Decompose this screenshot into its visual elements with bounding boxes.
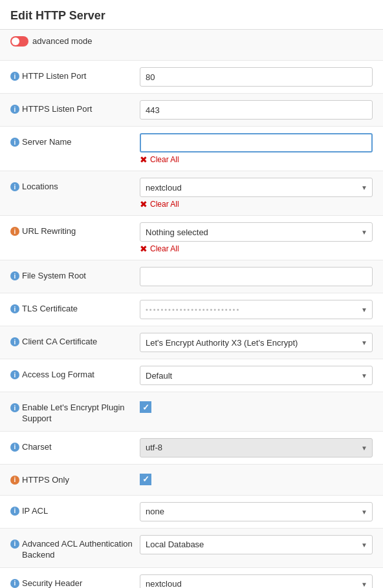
form-row-http-listen-port: i HTTP Listen Port bbox=[0, 61, 383, 94]
info-icon-client-ca-certificate: i bbox=[10, 337, 19, 346]
ip-acl-select-wrapper: none ▼ bbox=[140, 502, 373, 521]
locations-clear-all[interactable]: ✖ Clear All bbox=[140, 200, 179, 209]
control-server-name: ✖ Clear All bbox=[140, 133, 373, 164]
control-charset: utf-8 ▼ bbox=[140, 438, 373, 457]
info-icon-url-rewriting: i bbox=[10, 227, 19, 236]
label-client-ca-certificate: i Client CA Certificate bbox=[10, 333, 140, 348]
page-title: Edit HTTP Server bbox=[0, 0, 383, 30]
info-icon-file-system-root: i bbox=[10, 271, 19, 280]
form-row-locations: i Locations nextcloud ▼ ✖ Clear All bbox=[0, 171, 383, 216]
control-file-system-root bbox=[140, 267, 373, 286]
advanced-mode-row: advanced mode bbox=[0, 30, 383, 61]
form-row-url-rewriting: i URL Rewriting Nothing selected ▼ ✖ Cle… bbox=[0, 216, 383, 260]
enable-lets-encrypt-checkbox[interactable]: ✓ bbox=[140, 401, 151, 413]
form-row-advanced-acl: i Advanced ACL Authentication Backend Lo… bbox=[0, 529, 383, 568]
https-only-check: ✓ bbox=[142, 475, 149, 483]
url-rewriting-select[interactable]: Nothing selected bbox=[140, 222, 373, 242]
advanced-acl-select-wrapper: Local Database ▼ bbox=[140, 535, 373, 554]
label-tls-certificate: i TLS Certificate bbox=[10, 300, 140, 315]
label-enable-lets-encrypt: i Enable Let's Encrypt Plugin Support bbox=[10, 399, 140, 425]
info-icon-http-listen-port: i bbox=[10, 72, 19, 81]
control-access-log-format: Default ▼ bbox=[140, 366, 373, 385]
locations-select-wrapper: nextcloud ▼ bbox=[140, 178, 373, 197]
label-https-listen-port: i HTTPS Listen Port bbox=[10, 100, 140, 115]
https-only-checkbox[interactable]: ✓ bbox=[140, 474, 151, 485]
form-row-https-listen-port: i HTTPS Listen Port bbox=[0, 94, 383, 127]
label-http-listen-port: i HTTP Listen Port bbox=[10, 67, 140, 82]
clear-all-icon-server-name: ✖ bbox=[140, 155, 148, 164]
label-security-header: i Security Header bbox=[10, 574, 140, 588]
label-access-log-format: i Access Log Format bbox=[10, 366, 140, 381]
clear-all-icon-url-rewriting: ✖ bbox=[140, 244, 148, 253]
form-row-file-system-root: i File System Root bbox=[0, 260, 383, 293]
info-icon-ip-acl: i bbox=[10, 507, 19, 516]
advanced-mode-label: advanced mode bbox=[32, 36, 93, 46]
clear-all-icon-locations: ✖ bbox=[140, 200, 148, 209]
advanced-acl-select[interactable]: Local Database bbox=[140, 535, 373, 554]
label-locations: i Locations bbox=[10, 178, 140, 193]
locations-select[interactable]: nextcloud bbox=[140, 178, 373, 197]
info-icon-tls-certificate: i bbox=[10, 304, 19, 313]
tls-certificate-select[interactable]: ••••••••••••••••••••••••• bbox=[140, 300, 373, 319]
control-advanced-acl: Local Database ▼ bbox=[140, 535, 373, 554]
enable-lets-encrypt-check: ✓ bbox=[142, 403, 149, 412]
security-header-select-wrapper: nextcloud ▼ bbox=[140, 574, 373, 588]
tls-certificate-select-wrapper: ••••••••••••••••••••••••• ▼ bbox=[140, 300, 373, 319]
security-header-select[interactable]: nextcloud bbox=[140, 574, 373, 588]
http-listen-port-input[interactable] bbox=[140, 67, 373, 87]
info-icon-enable-lets-encrypt: i bbox=[10, 403, 19, 412]
info-icon-https-only: i bbox=[10, 476, 19, 485]
url-rewriting-clear-all[interactable]: ✖ Clear All bbox=[140, 244, 179, 253]
label-server-name: i Server Name bbox=[10, 133, 140, 148]
server-name-clear-all[interactable]: ✖ Clear All bbox=[140, 155, 179, 164]
control-http-listen-port bbox=[140, 67, 373, 87]
control-https-only: ✓ bbox=[140, 471, 373, 485]
file-system-root-input[interactable] bbox=[140, 267, 373, 286]
control-tls-certificate: ••••••••••••••••••••••••• ▼ bbox=[140, 300, 373, 319]
control-https-listen-port bbox=[140, 100, 373, 120]
form-row-charset: i Charset utf-8 ▼ bbox=[0, 432, 383, 465]
control-security-header: nextcloud ▼ bbox=[140, 574, 373, 588]
label-url-rewriting: i URL Rewriting bbox=[10, 222, 140, 237]
https-listen-port-input[interactable] bbox=[140, 100, 373, 120]
info-icon-https-listen-port: i bbox=[10, 105, 19, 114]
form-row-enable-lets-encrypt: i Enable Let's Encrypt Plugin Support ✓ bbox=[0, 392, 383, 432]
info-icon-security-header: i bbox=[10, 579, 19, 588]
form-row-client-ca-certificate: i Client CA Certificate Let's Encrypt Au… bbox=[0, 326, 383, 359]
form-row-https-only: i HTTPS Only ✓ bbox=[0, 465, 383, 496]
ip-acl-select[interactable]: none bbox=[140, 502, 373, 521]
info-icon-charset: i bbox=[10, 443, 19, 452]
access-log-format-select-wrapper: Default ▼ bbox=[140, 366, 373, 385]
label-advanced-acl: i Advanced ACL Authentication Backend bbox=[10, 535, 140, 561]
form-container: advanced mode i HTTP Listen Port i HTTPS… bbox=[0, 30, 383, 588]
control-ip-acl: none ▼ bbox=[140, 502, 373, 521]
advanced-mode-toggle[interactable] bbox=[10, 36, 28, 47]
form-row-server-name: i Server Name ✖ Clear All bbox=[0, 127, 383, 171]
control-enable-lets-encrypt: ✓ bbox=[140, 399, 373, 413]
info-icon-locations: i bbox=[10, 182, 19, 191]
access-log-format-select[interactable]: Default bbox=[140, 366, 373, 385]
control-url-rewriting: Nothing selected ▼ ✖ Clear All bbox=[140, 222, 373, 253]
label-https-only: i HTTPS Only bbox=[10, 471, 140, 486]
charset-select[interactable]: utf-8 bbox=[140, 438, 373, 457]
form-row-tls-certificate: i TLS Certificate ••••••••••••••••••••••… bbox=[0, 293, 383, 326]
url-rewriting-select-wrapper: Nothing selected ▼ bbox=[140, 222, 373, 242]
control-locations: nextcloud ▼ ✖ Clear All bbox=[140, 178, 373, 209]
label-file-system-root: i File System Root bbox=[10, 267, 140, 282]
info-icon-server-name: i bbox=[10, 138, 19, 147]
control-client-ca-certificate: Let's Encrypt Authority X3 (Let's Encryp… bbox=[140, 333, 373, 352]
client-ca-certificate-select[interactable]: Let's Encrypt Authority X3 (Let's Encryp… bbox=[140, 333, 373, 352]
label-charset: i Charset bbox=[10, 438, 140, 453]
form-row-ip-acl: i IP ACL none ▼ bbox=[0, 496, 383, 529]
form-row-security-header: i Security Header nextcloud ▼ bbox=[0, 568, 383, 588]
info-icon-access-log-format: i bbox=[10, 370, 19, 379]
label-ip-acl: i IP ACL bbox=[10, 502, 140, 517]
server-name-input[interactable] bbox=[140, 133, 373, 152]
form-row-access-log-format: i Access Log Format Default ▼ bbox=[0, 359, 383, 392]
client-ca-certificate-select-wrapper: Let's Encrypt Authority X3 (Let's Encryp… bbox=[140, 333, 373, 352]
info-icon-advanced-acl: i bbox=[10, 540, 19, 549]
charset-select-wrapper: utf-8 ▼ bbox=[140, 438, 373, 457]
